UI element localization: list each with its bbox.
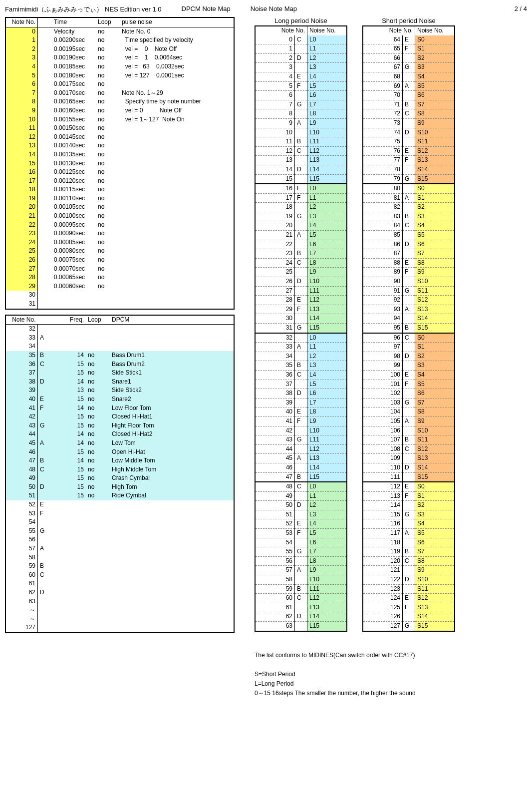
table-row: 7GL7 <box>255 100 347 109</box>
table-row: 34 <box>5 342 234 351</box>
table-row: 22L6 <box>255 240 347 249</box>
table-row: 36CL4 <box>255 370 347 380</box>
table-row: 98DS2 <box>363 352 455 361</box>
table-row: 124ES12 <box>363 594 455 603</box>
table-row: 76ES12 <box>363 146 455 156</box>
table-row: 70S6 <box>363 91 455 100</box>
table-row: 90.00160secno vel = 0 Note Off <box>5 106 234 115</box>
table-row: 50D15noHigh Tom <box>5 483 234 492</box>
table-row: 130.00140secno <box>5 141 234 150</box>
table-row: 6L6 <box>255 91 347 100</box>
table-row: 4915noCrash Cymbal <box>5 474 234 483</box>
table-row: 59BL11 <box>255 584 347 594</box>
footer-line2: S=Short Period <box>255 670 455 679</box>
table-row: ～ <box>5 615 234 624</box>
table-row: 102S6 <box>363 389 455 399</box>
table-row: 31 <box>5 300 234 309</box>
table-row: 60C <box>5 571 234 580</box>
table-row: 88ES8 <box>363 258 455 268</box>
table-row: 25L9 <box>255 268 347 277</box>
table-row: 86DS6 <box>363 240 455 249</box>
col-pulse-noise: pulse noise <box>120 17 234 27</box>
table-row: 29FL13 <box>255 305 347 314</box>
table-row: 82S2 <box>363 203 455 212</box>
table-row: 57A <box>5 544 234 553</box>
footer-line1: The list conforms to MIDINES(Can switch … <box>255 651 455 660</box>
table-row: 180.00115secno <box>5 185 234 194</box>
table-row: 24CL8 <box>255 258 347 268</box>
table-row: 83BS3 <box>363 212 455 221</box>
table-row: 103GS7 <box>363 398 455 407</box>
table-row: 0VelocitynoNote No. 0 <box>5 27 234 36</box>
table-row: 81AS1 <box>363 193 455 203</box>
col-note-no: Note No. <box>255 26 307 35</box>
table-row: 48C15noHigh Middle Tom <box>5 465 234 474</box>
table-row: 48CL0 <box>255 482 347 491</box>
table-row: 170.00120secno <box>5 177 234 186</box>
table-row: 19GL3 <box>255 212 347 221</box>
table-row: 30L14 <box>255 314 347 324</box>
section-noise: Noise Note Map <box>251 5 297 14</box>
doc-title: Famimimidi（ふぁみみみっでぃ） NES Edition ver 1.0 <box>5 5 162 14</box>
table-row: 66S2 <box>363 53 455 63</box>
table-row: 75S11 <box>363 137 455 147</box>
table-row: 47B14noLow Middle Tom <box>5 456 234 465</box>
table-row: 2DL2 <box>255 53 347 63</box>
table-row: 50.00180secno vel = 127 0.0001sec <box>5 71 234 80</box>
table-row: 85S5 <box>363 231 455 240</box>
table-row: 55G <box>5 527 234 536</box>
table-row: 77FS13 <box>363 156 455 165</box>
table-row: 104S8 <box>363 407 455 417</box>
table-row: 52EL4 <box>255 519 347 529</box>
table-row: 122DS10 <box>363 575 455 585</box>
table-row: 61 <box>5 579 234 588</box>
table-row: 93AS13 <box>363 305 455 314</box>
table-row: 3715noSide Stick1 <box>5 369 234 378</box>
table-row: 95BS15 <box>363 324 455 333</box>
table-row: 84CS4 <box>363 221 455 231</box>
footer-line3: L=Long Period <box>255 679 455 689</box>
col-dpcm: DPCM <box>110 315 234 325</box>
col-note-no: Note No. <box>5 17 38 27</box>
table-row: 114S2 <box>363 501 455 510</box>
short-noise-title: Short period Noise <box>362 17 455 24</box>
table-row: 160.00125secno <box>5 168 234 177</box>
table-row: 74DS10 <box>363 128 455 137</box>
table-row: 38D14noSnare1 <box>5 378 234 387</box>
table-row: 30.00190secno vel = 1 0.0064sec <box>5 53 234 62</box>
table-row: 35B14noBass Drum1 <box>5 351 234 360</box>
table-row: 58L10 <box>255 575 347 585</box>
table-row: 62DL14 <box>255 612 347 622</box>
table-row: 190.00110secno <box>5 194 234 203</box>
table-row: 42L10 <box>255 426 347 435</box>
table-row: ～ <box>5 606 234 615</box>
table-row: 20L4 <box>255 221 347 231</box>
dpcm-table: Note No. Freq. Loop DPCM 3233A3435B14noB… <box>5 315 235 633</box>
table-row: 110DS14 <box>363 463 455 472</box>
table-row: 34L2 <box>255 352 347 361</box>
table-row: 120CS8 <box>363 556 455 566</box>
table-row: 21AL5 <box>255 231 347 240</box>
table-row: 63L15 <box>255 622 347 631</box>
table-row: 100.00155secno vel = 1～127 Note On <box>5 115 234 124</box>
table-row: 47BL15 <box>255 472 347 482</box>
col-time: Time <box>52 17 96 27</box>
table-row: 260.00075secno <box>5 256 234 265</box>
table-row: 45AL13 <box>255 454 347 463</box>
table-row: 44L12 <box>255 444 347 454</box>
table-row: 8L8 <box>255 109 347 119</box>
table-row: 11BL11 <box>255 137 347 147</box>
col-note-no: Note No. <box>363 26 415 35</box>
table-row: 38DL6 <box>255 389 347 399</box>
table-row: 0CL0 <box>255 35 347 44</box>
table-row: 80S0 <box>363 184 455 193</box>
col-freq: Freq. <box>52 315 86 325</box>
table-row: 220.00095secno <box>5 221 234 230</box>
table-row: 60CL12 <box>255 594 347 603</box>
table-row: 28EL12 <box>255 296 347 305</box>
table-row: 63 <box>5 597 234 606</box>
table-row: 290.00060secno <box>5 282 234 291</box>
table-row: 54 <box>5 518 234 527</box>
table-row: 62D <box>5 588 234 597</box>
table-row: 3913noSide Stick2 <box>5 386 234 395</box>
